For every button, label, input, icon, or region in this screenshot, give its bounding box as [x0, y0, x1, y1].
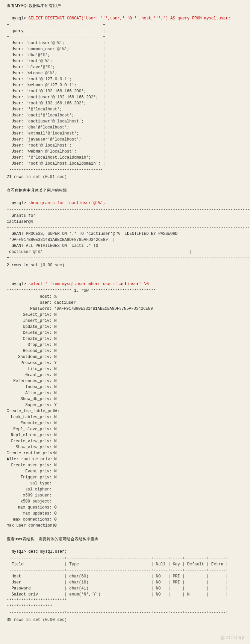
user-priv-row: Event_priv: N: [7, 468, 247, 474]
table-row: | User: ''@'localhost'; |: [7, 106, 247, 112]
rows-footer: 2 rows in set (0.00 sec): [7, 262, 247, 268]
priv-key: Create_priv:: [7, 336, 52, 342]
user-priv-row: Lock_tables_priv: N: [7, 414, 247, 420]
table-row: | User: 'slave'@'%'; |: [7, 64, 247, 70]
priv-key: Create_routine_priv:: [7, 450, 52, 456]
user-priv-row: Super_priv: Y: [7, 402, 247, 408]
priv-key: Event_priv:: [7, 468, 52, 474]
table-row: | User: 'root'@'localhost'; |: [7, 143, 247, 149]
priv-key: Create_tmp_table_priv:: [7, 408, 52, 414]
rows-footer: 39 rows in set (0.00 sec): [7, 617, 247, 623]
sql-line-4: mysql> desc mysql.user;: [7, 543, 247, 555]
table-row: | User: 'root'@'localhost.localdomain'; …: [7, 161, 247, 167]
user-priv-row: Create_tmp_table_priv: N: [7, 408, 247, 414]
priv-value: N: [54, 324, 56, 330]
table-sep: +---------------------------------------…: [7, 167, 247, 173]
user-priv-row: Repl_slave_priv: N: [7, 426, 247, 432]
user-priv-row: Trigger_priv: N: [7, 474, 247, 480]
table-sep: +---------------------------------------…: [7, 207, 247, 213]
table-header: | Field | Type | Null | Key | Default | …: [7, 561, 247, 567]
priv-key: Delete_priv:: [7, 330, 52, 336]
priv-value: N: [54, 468, 56, 474]
table-row: | User: 'cactiuser'@'192.168.166.202'; |: [7, 94, 247, 100]
priv-key: Host:: [7, 294, 52, 300]
priv-value: N: [54, 456, 56, 462]
user-priv-row: User: cactiuser: [7, 300, 247, 306]
table-row: | User: 'webman'@'localhost'; |: [7, 149, 247, 155]
sql-command-4: desc mysql.user;: [28, 549, 67, 554]
priv-key: ssl_cipher:: [7, 486, 52, 492]
sql-line-2: mysql> show grants for 'cactiuser'@'%';: [7, 194, 247, 206]
user-priv-row: Update_priv: N: [7, 324, 247, 330]
user-priv-row: Create_routine_priv: N: [7, 450, 247, 456]
priv-value: 0: [54, 511, 56, 517]
priv-value: N: [54, 438, 56, 444]
table-sep: +---------------------------------------…: [7, 34, 247, 40]
priv-value: cactiuser: [54, 300, 76, 306]
priv-key: Lock_tables_priv:: [7, 414, 52, 420]
priv-key: Grant_priv:: [7, 372, 52, 378]
table-sep: +---------------------------------------…: [7, 225, 247, 231]
table-row: | User: 'root'@'192.168.166.200'; |: [7, 88, 247, 94]
user-priv-row: Alter_routine_priv: N: [7, 456, 247, 462]
priv-key: Execute_priv:: [7, 420, 52, 426]
priv-value: N: [54, 396, 56, 402]
priv-key: Process_priv:: [7, 360, 52, 366]
priv-key: x509_subject:: [7, 498, 52, 504]
priv-key: max_connections:: [7, 517, 52, 523]
priv-value: N: [54, 372, 56, 378]
priv-value: N: [54, 348, 56, 354]
user-priv-row: Create_user_priv: N: [7, 462, 247, 468]
user-priv-row: Grant_priv: N: [7, 372, 247, 378]
priv-key: Password:: [7, 306, 52, 312]
priv-key: Insert_priv:: [7, 318, 52, 324]
priv-value: N: [54, 432, 56, 438]
table-row: | User: 'extmail'@'localhost'; |: [7, 130, 247, 136]
priv-value: 0: [54, 517, 56, 523]
user-priv-row: Insert_priv: N: [7, 318, 247, 324]
grants-header-2: cactiuser@% |: [7, 219, 247, 225]
table-row: | User: 'root'@'127.0.0.1'; |: [7, 76, 247, 82]
priv-value: *DAFF917B80E3314B1ABECBA9DF8785AFD342CE8…: [54, 306, 153, 312]
table-row: | Host | char(60) | NO | PRI | | |: [7, 573, 247, 579]
user-priv-row: Host: %: [7, 294, 247, 300]
row-separator: *************************** 1. row *****…: [7, 288, 247, 294]
grant-row: | GRANT PROCESS, SUPER ON *.* TO 'cactiu…: [7, 231, 247, 237]
table-row: | User: 'webman'@'127.0.0.1'; |: [7, 82, 247, 88]
user-priv-row: Index_priv: N: [7, 384, 247, 390]
section2-title: 查看数据库中具体某个用户的权限: [7, 187, 247, 193]
user-priv-row: Delete_priv: N: [7, 330, 247, 336]
priv-key: Trigger_priv:: [7, 474, 52, 480]
priv-key: Reload_priv:: [7, 348, 52, 354]
priv-value: N: [54, 336, 56, 342]
table-row: | User: 'javauser'@'localhost'; |: [7, 136, 247, 143]
table-row: | User: 'root'@'%'; |: [7, 58, 247, 64]
user-priv-row: Reload_priv: N: [7, 348, 247, 354]
user-priv-row: Show_view_priv: N: [7, 444, 247, 450]
priv-key: Show_view_priv:: [7, 444, 52, 450]
priv-key: Repl_slave_priv:: [7, 426, 52, 432]
user-priv-row: x509_subject:: [7, 498, 247, 504]
priv-key: Repl_client_priv:: [7, 432, 52, 438]
user-priv-row: x509_issuer:: [7, 492, 247, 498]
user-priv-row: Process_priv: Y: [7, 360, 247, 366]
table-sep: +-----------------------+---------------…: [7, 610, 247, 616]
priv-value: N: [54, 384, 56, 390]
priv-value: N: [54, 390, 56, 396]
prompt: mysql>: [11, 549, 28, 554]
sql-line-3: mysql> select * from mysql.user where us…: [7, 275, 247, 287]
table-row: | User: 'root'@'192.168.166.202'; |: [7, 100, 247, 106]
priv-key: max_updates:: [7, 511, 52, 517]
user-priv-row: Password: *DAFF917B80E3314B1ABECBA9DF878…: [7, 306, 247, 312]
prompt: mysql>: [11, 282, 28, 286]
priv-value: N: [54, 378, 56, 384]
priv-value: Y: [54, 360, 56, 366]
priv-value: N: [54, 426, 56, 432]
priv-key: Index_priv:: [7, 384, 52, 390]
table-row: | User: 'cactiuser'@'localhost'; |: [7, 118, 247, 124]
table-sep: +---------------------------------------…: [7, 22, 247, 28]
user-priv-row: Drop_priv: N: [7, 342, 247, 348]
table-row: | User: ''@'localhost.localdomain'; |: [7, 155, 247, 161]
priv-value: N: [54, 342, 56, 348]
priv-value: N: [54, 420, 56, 426]
